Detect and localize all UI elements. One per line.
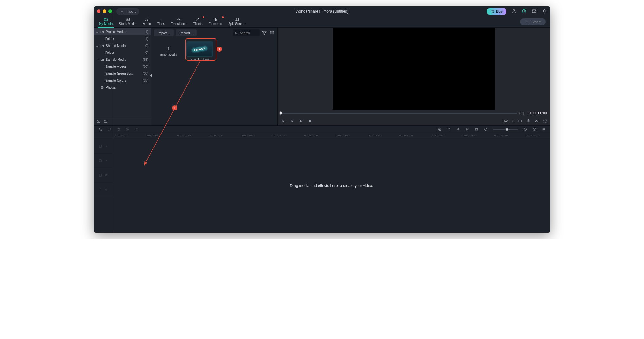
- transitions-icon: [177, 17, 181, 22]
- fullscreen-icon[interactable]: [543, 119, 547, 123]
- tab-titles[interactable]: Titles: [154, 16, 168, 27]
- export-button[interactable]: Export: [520, 18, 546, 25]
- snapshot-icon[interactable]: [526, 119, 531, 123]
- voiceover-icon[interactable]: [456, 127, 460, 131]
- timeline-ruler[interactable]: 00:00:00:0000:00:05:0000:00:10:0000:00:1…: [94, 133, 550, 139]
- tree-sample-videos[interactable]: Sample Videos(20): [94, 63, 151, 70]
- tree-folder[interactable]: Folder(0): [94, 49, 151, 56]
- folder-icon[interactable]: [104, 119, 108, 123]
- render-preview-icon[interactable]: [518, 119, 522, 123]
- filter-icon[interactable]: [261, 30, 267, 36]
- marker-icon[interactable]: [447, 127, 451, 131]
- badge-icon: [203, 16, 204, 18]
- tab-transitions[interactable]: Transitions: [168, 16, 190, 27]
- play-button[interactable]: [299, 119, 303, 123]
- import-media-card[interactable]: Import Media: [155, 41, 182, 60]
- preview-scale-dropdown[interactable]: 1/2: [503, 119, 508, 123]
- chevron-down-icon: ⌄: [96, 44, 98, 47]
- prev-frame-button[interactable]: [281, 119, 285, 123]
- track-size-icon[interactable]: [542, 127, 546, 131]
- minimize-window-button[interactable]: [103, 9, 106, 13]
- tab-audio[interactable]: Audio: [139, 16, 154, 27]
- tree-photos[interactable]: Photos: [94, 84, 151, 91]
- help-icon[interactable]: [521, 9, 527, 14]
- messages-icon[interactable]: [531, 9, 537, 14]
- photos-icon: [100, 86, 104, 89]
- zoom-slider[interactable]: [493, 129, 518, 130]
- timeline-section: 00:00:00:0000:00:05:0000:00:10:0000:00:1…: [94, 126, 550, 233]
- track-header[interactable]: [94, 139, 113, 154]
- track-header[interactable]: [94, 183, 113, 197]
- stop-button[interactable]: [307, 119, 312, 123]
- svg-point-23: [127, 128, 127, 129]
- search-field[interactable]: [233, 29, 260, 36]
- record-dropdown[interactable]: Record⌄: [176, 29, 196, 36]
- import-dropdown[interactable]: Import⌄: [154, 29, 174, 36]
- timeline-drop-area[interactable]: Drag media and effects here to create yo…: [113, 139, 550, 233]
- middle-row: ⌄Project Media(1) Folder(1) ⌄Shared Medi…: [94, 28, 550, 126]
- window-title: Wondershare Filmora (Untitled): [295, 9, 348, 14]
- text-icon: [159, 17, 163, 22]
- mark-out-button[interactable]: }: [523, 111, 524, 115]
- badge-icon: [222, 16, 224, 18]
- tree-sample-colors[interactable]: Sample Colors(25): [94, 77, 151, 84]
- svg-rect-14: [270, 31, 271, 32]
- tree-count: (0): [145, 51, 148, 54]
- tab-split-screen[interactable]: Split Screen: [225, 16, 248, 27]
- track-headers: [94, 139, 113, 233]
- svg-rect-18: [272, 33, 273, 34]
- tree-shared-media[interactable]: ⌄Shared Media(0): [94, 42, 151, 49]
- buy-button[interactable]: Buy: [487, 8, 506, 15]
- tree-folder[interactable]: Folder(1): [94, 35, 151, 42]
- tab-elements[interactable]: Elements: [205, 16, 225, 27]
- tab-label: Elements: [209, 22, 222, 26]
- account-icon[interactable]: [511, 9, 517, 14]
- media-tree: ⌄Project Media(1) Folder(1) ⌄Shared Medi…: [94, 28, 151, 117]
- zoom-out-icon[interactable]: [484, 127, 488, 131]
- crop-icon[interactable]: [474, 127, 479, 131]
- maximize-window-button[interactable]: [108, 9, 112, 13]
- tree-sample-media[interactable]: ⌄Sample Media(55): [94, 56, 151, 63]
- mixer-icon[interactable]: [465, 127, 469, 131]
- search-input[interactable]: [240, 31, 258, 35]
- tab-my-media[interactable]: My Media: [96, 16, 116, 27]
- scrub-playhead[interactable]: [280, 112, 282, 115]
- step-back-button[interactable]: [290, 119, 294, 123]
- auto-ripple-icon[interactable]: [438, 127, 442, 131]
- tab-stock-media[interactable]: Stock Media: [116, 16, 139, 27]
- drop-hint-text: Drag media and effects here to create yo…: [290, 184, 373, 188]
- music-icon: [145, 17, 149, 22]
- ruler-tick: 00:01:00:00: [494, 134, 508, 137]
- svg-rect-19: [273, 33, 274, 34]
- undo-button[interactable]: [98, 127, 102, 131]
- tree-sample-greenscreen[interactable]: Sample Green Scr...(10): [94, 70, 151, 77]
- track-header[interactable]: [94, 168, 113, 183]
- zoom-in-icon[interactable]: [523, 127, 527, 131]
- scrub-track[interactable]: [281, 113, 517, 114]
- preview-scrubber: { } 00:00:00:00: [278, 110, 550, 116]
- edit-tools-button[interactable]: [135, 127, 139, 131]
- delete-button[interactable]: [117, 127, 121, 131]
- collapse-sidebar-handle[interactable]: [150, 74, 152, 77]
- folder-icon: [104, 17, 108, 22]
- import-button[interactable]: Import: [116, 8, 139, 15]
- split-button[interactable]: [126, 127, 130, 131]
- tab-effects[interactable]: Effects: [190, 16, 205, 27]
- redo-button[interactable]: [107, 127, 112, 131]
- ruler-tick: 00:00:50:00: [431, 134, 444, 137]
- notifications-icon[interactable]: [541, 9, 547, 14]
- tree-project-media[interactable]: ⌄Project Media(1): [94, 28, 151, 35]
- tree-label: Sample Green Scr...: [105, 72, 134, 75]
- clip-sample-video[interactable]: Filmora X Sample Video: [186, 41, 213, 61]
- tree-count: (10): [143, 72, 148, 75]
- dropdown-label: Record: [179, 31, 190, 35]
- new-folder-icon[interactable]: [96, 119, 100, 123]
- svg-rect-26: [458, 128, 458, 129]
- volume-icon[interactable]: [534, 119, 539, 123]
- tab-label: Audio: [143, 22, 151, 26]
- track-header[interactable]: [94, 154, 113, 168]
- grid-view-icon[interactable]: [269, 30, 275, 36]
- mark-in-button[interactable]: {: [519, 111, 521, 115]
- zoom-fit-icon[interactable]: [532, 127, 537, 131]
- close-window-button[interactable]: [97, 9, 100, 13]
